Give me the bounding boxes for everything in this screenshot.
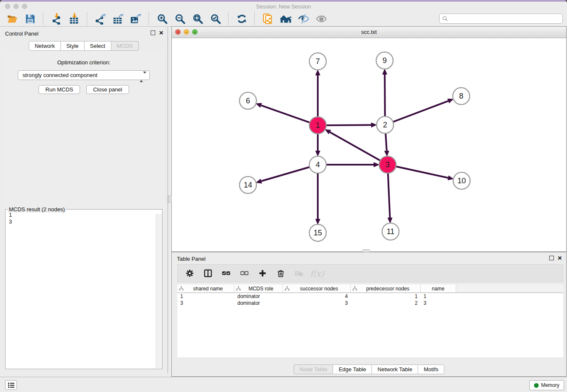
tab-select[interactable]: Select [84,41,111,51]
edge-3-10[interactable] [395,166,448,178]
svg-text:2: 2 [383,121,387,129]
column-header-shared-name[interactable]: shared name [177,284,234,293]
graph-node-14[interactable]: 14 [239,177,256,193]
network-canvas[interactable]: 7968124314101511 [172,38,566,251]
toolbar-separator [228,12,229,25]
zoom-selected-icon[interactable] [209,12,222,25]
network-window-title: scc.txt [172,27,566,38]
float-panel-icon[interactable] [151,30,155,35]
search-box[interactable] [439,14,563,24]
export-image-icon[interactable] [129,12,142,25]
search-input[interactable] [448,15,560,22]
svg-text:1: 1 [316,121,320,130]
cell-successor-nodes: 3 [283,300,351,306]
edge-1-2[interactable] [325,125,371,125]
refresh-layout-icon[interactable] [235,12,248,25]
column-header-MCDS-role[interactable]: MCDS role [234,284,283,293]
network-close-icon[interactable]: × [175,29,181,35]
svg-text:7: 7 [316,57,320,66]
close-panel-button[interactable]: Close panel [86,85,129,94]
open-file-icon[interactable] [6,12,19,25]
import-table-icon[interactable] [68,12,80,25]
graph-node-6[interactable]: 6 [239,92,256,109]
graph-node-9[interactable]: 9 [376,52,393,69]
toolbar-separator [254,12,255,25]
graph-node-4[interactable]: 4 [309,156,326,173]
cell-predecessor-nodes: 2 [351,300,421,306]
edge-3-11[interactable] [388,172,390,218]
column-header-predecessor-nodes[interactable]: predecessor nodes [351,284,421,293]
memory-label: Memory [541,382,559,388]
close-table-panel-icon[interactable]: × [558,256,562,260]
import-network-icon[interactable] [50,12,63,25]
toolbar-separator [149,12,149,25]
graph-node-11[interactable]: 11 [382,223,399,240]
edge-1-6[interactable] [261,105,311,123]
gear-icon[interactable] [185,269,194,278]
optimization-criterion-select[interactable]: strongly connected component [18,70,150,80]
graph-node-3[interactable]: 3 [379,156,396,173]
function-icon: f(x) [312,269,322,278]
network-maximize-icon[interactable]: + [192,29,198,35]
edge-2-8[interactable] [392,101,448,122]
memory-status-dot [534,383,539,388]
graph-node-7[interactable]: 7 [309,53,326,70]
delete-columns-icon[interactable] [276,269,285,278]
graph-node-1[interactable]: 1 [309,117,326,134]
graph-node-10[interactable]: 10 [453,172,470,189]
svg-text:15: 15 [314,229,322,237]
save-session-icon[interactable] [24,12,36,25]
mcds-result-title: MCDS result (2 nodes) [8,206,66,213]
network-window-titlebar[interactable]: × − + scc.txt [172,27,566,38]
tab-network-table[interactable]: Network Table [372,364,418,374]
table-row[interactable]: 3dominator323 [177,300,563,306]
network-minimize-icon[interactable]: − [184,29,189,35]
tab-mcds[interactable]: MCDS [111,41,139,51]
unselect-all-columns-icon[interactable] [239,269,249,278]
result-scrollbar[interactable] [156,214,162,368]
edge-2-9[interactable] [385,75,385,117]
table-toolbar: f(x) [177,264,563,282]
add-column-icon[interactable] [258,269,267,278]
zoom-fit-icon[interactable] [191,12,204,25]
cell-MCDS-role: dominator [234,293,283,299]
mcds-result-node: 1 [9,212,159,218]
tab-node-table[interactable]: Node Table [294,364,333,374]
show-panels-list-button[interactable] [5,380,17,390]
application-window: Session: New Session Control Panel × Net… [0,0,567,392]
hide-graphics-details-icon[interactable] [297,12,310,25]
float-table-panel-icon[interactable] [549,256,554,260]
split-columns-icon[interactable] [203,269,212,278]
export-network-icon[interactable] [94,12,107,25]
zoom-in-icon[interactable] [156,12,168,25]
edge-4-14[interactable] [261,167,311,181]
svg-text:9: 9 [383,56,387,65]
vertical-splitter-handle[interactable] [168,196,172,203]
clone-network-icon[interactable] [261,12,274,25]
edge-2-3[interactable] [385,133,387,151]
svg-text:3: 3 [385,160,390,169]
tab-style[interactable]: Style [61,41,85,51]
zoom-out-icon[interactable] [173,12,186,25]
tab-edge-table[interactable]: Edge Table [333,364,372,374]
status-bar: Memory [0,377,567,392]
table-row[interactable]: 1dominator411 [177,293,563,300]
edge-3-1[interactable] [330,132,381,161]
select-all-columns-icon[interactable] [221,269,231,278]
graph-node-15[interactable]: 15 [309,224,326,241]
column-header-successor-nodes[interactable]: successor nodes [283,284,351,293]
close-panel-icon[interactable]: × [159,30,163,35]
memory-button[interactable]: Memory [529,380,564,390]
horizontal-splitter-handle[interactable] [363,249,370,253]
export-table-icon[interactable] [112,12,124,25]
tab-network[interactable]: Network [29,41,61,51]
node-table: shared nameMCDS rolesuccessor nodesprede… [177,284,563,357]
tab-motifs[interactable]: Motifs [418,364,444,374]
graph-node-8[interactable]: 8 [453,88,470,105]
run-mcds-button[interactable]: Run MCDS [39,85,80,94]
graph-node-2[interactable]: 2 [377,116,394,133]
column-header-name[interactable]: name [421,284,456,293]
home-icon[interactable] [279,12,292,25]
svg-text:6: 6 [246,97,250,105]
search-icon [442,16,448,22]
